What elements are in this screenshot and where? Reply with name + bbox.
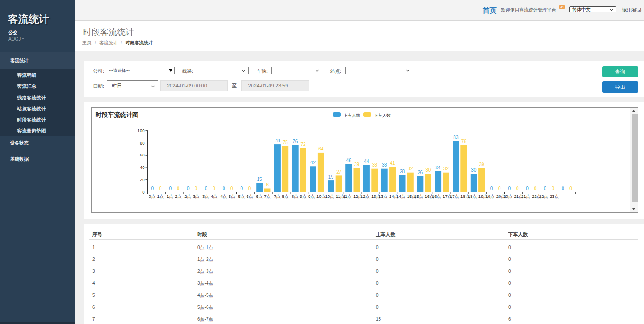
svg-text:13点-14点: 13点-14点	[379, 194, 398, 199]
svg-text:0: 0	[205, 186, 207, 191]
svg-text:15点-16点: 15点-16点	[414, 194, 434, 199]
svg-text:12点-13点: 12点-13点	[361, 194, 380, 199]
svg-text:0点-1点: 0点-1点	[149, 194, 164, 199]
svg-text:0: 0	[177, 186, 180, 191]
svg-text:60: 60	[140, 152, 145, 157]
svg-text:0: 0	[516, 186, 519, 191]
svg-text:40: 40	[140, 165, 145, 170]
svg-text:0: 0	[544, 186, 546, 191]
svg-text:0: 0	[169, 186, 172, 191]
svg-text:38: 38	[382, 162, 387, 168]
svg-text:0: 0	[490, 186, 493, 191]
svg-text:0: 0	[223, 186, 225, 191]
svg-text:17点-18点: 17点-18点	[450, 194, 470, 199]
svg-text:0: 0	[151, 186, 154, 191]
svg-text:41: 41	[390, 161, 396, 166]
svg-text:14点-15点: 14点-15点	[396, 194, 416, 199]
svg-text:8点-9点: 8点-9点	[292, 194, 307, 199]
svg-text:0: 0	[552, 186, 554, 191]
svg-text:0: 0	[248, 186, 251, 191]
svg-text:46: 46	[346, 158, 352, 163]
svg-text:44: 44	[364, 159, 369, 164]
svg-text:32: 32	[408, 166, 413, 171]
svg-text:0: 0	[526, 186, 529, 191]
svg-text:72: 72	[300, 142, 306, 147]
svg-text:0: 0	[159, 186, 162, 191]
svg-text:10点-11点: 10点-11点	[325, 194, 345, 199]
svg-text:28: 28	[400, 169, 405, 174]
svg-text:100: 100	[138, 128, 145, 133]
svg-text:80: 80	[140, 140, 145, 145]
svg-text:39: 39	[479, 162, 485, 167]
svg-text:42: 42	[310, 160, 316, 165]
svg-text:6点-7点: 6点-7点	[256, 194, 271, 199]
svg-text:64: 64	[318, 146, 324, 151]
svg-text:76: 76	[293, 139, 298, 144]
svg-text:0: 0	[195, 186, 197, 191]
svg-text:27: 27	[336, 169, 342, 174]
svg-text:20: 20	[140, 177, 145, 182]
svg-text:32: 32	[443, 166, 449, 171]
svg-text:30: 30	[471, 168, 477, 173]
svg-text:34: 34	[436, 165, 441, 170]
svg-text:19点-20点: 19点-20点	[485, 194, 505, 199]
svg-text:18点-19点: 18点-19点	[468, 194, 488, 199]
svg-text:0: 0	[508, 186, 511, 191]
svg-text:0: 0	[569, 186, 572, 191]
svg-text:11点-12点: 11点-12点	[343, 194, 362, 199]
svg-text:76: 76	[461, 139, 467, 144]
svg-text:0: 0	[230, 186, 233, 191]
svg-text:83: 83	[453, 135, 459, 140]
svg-text:22点-23点: 22点-23点	[539, 194, 559, 199]
svg-text:0: 0	[562, 186, 564, 191]
svg-text:0: 0	[213, 186, 215, 191]
svg-text:0: 0	[187, 186, 190, 191]
svg-text:6: 6	[266, 182, 269, 187]
svg-text:0: 0	[534, 186, 537, 191]
svg-text:39: 39	[354, 162, 360, 167]
svg-text:3点-4点: 3点-4点	[202, 194, 218, 199]
svg-text:15: 15	[257, 177, 263, 182]
svg-text:0: 0	[241, 186, 243, 191]
svg-text:1点-2点: 1点-2点	[167, 194, 182, 199]
svg-text:30: 30	[426, 168, 431, 173]
svg-text:2点-3点: 2点-3点	[184, 194, 200, 199]
svg-text:16点-17点: 16点-17点	[432, 194, 452, 199]
svg-text:7点-8点: 7点-8点	[274, 194, 289, 199]
svg-text:20点-21点: 20点-21点	[503, 194, 523, 199]
svg-text:19: 19	[328, 174, 334, 179]
svg-text:26: 26	[418, 170, 423, 175]
svg-text:75: 75	[283, 140, 288, 145]
svg-text:4点-5点: 4点-5点	[220, 194, 236, 199]
svg-text:78: 78	[275, 138, 280, 143]
svg-text:0: 0	[498, 186, 501, 191]
svg-text:38: 38	[372, 162, 378, 168]
svg-text:5点-6点: 5点-6点	[238, 194, 253, 199]
svg-text:9点-10点: 9点-10点	[308, 194, 326, 199]
svg-text:0: 0	[142, 190, 144, 195]
svg-text:21点-22点: 21点-22点	[521, 194, 541, 199]
